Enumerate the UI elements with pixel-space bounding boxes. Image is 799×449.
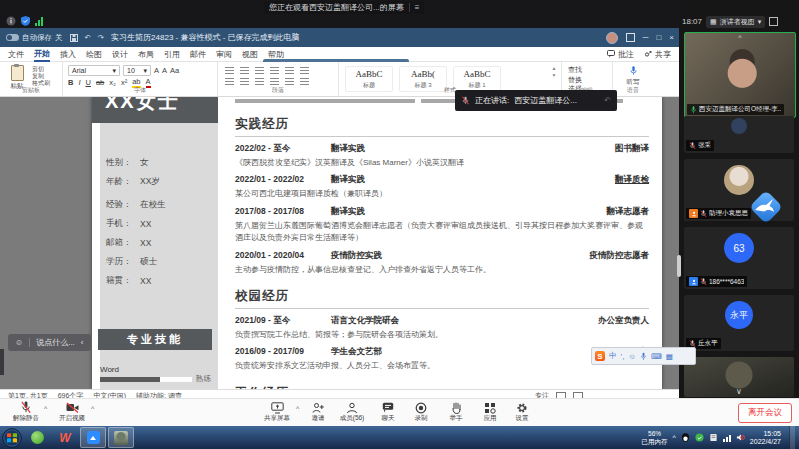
justify-icon[interactable] [269,77,280,85]
resume-name-header[interactable]: XX女士 [92,97,218,123]
participant-tile[interactable]: 永平 丘永平 [684,295,794,351]
numbering-icon[interactable] [239,66,250,74]
replace-button[interactable]: 替换 [568,75,582,85]
tab-review[interactable]: 审阅 [216,47,232,61]
taskbar-app-360browser[interactable] [24,427,50,448]
entry-desc[interactable]: 某公司西北电建项目翻译质检（兼职译员） [235,188,649,200]
scroll-down-chevron-icon[interactable]: ∨ [684,387,794,396]
sort-icon[interactable] [299,66,310,74]
mic-options-chevron[interactable]: ^ [44,405,47,412]
raise-hand-button[interactable]: 举手 [438,401,474,423]
share-button[interactable]: 共享 [644,49,671,60]
leave-meeting-button[interactable]: 离开会议 [738,403,792,423]
sidebar-resize-handle[interactable] [677,255,681,277]
undo-icon[interactable]: ↶ [85,33,91,42]
members-button[interactable]: 成员(56) [334,401,370,423]
keyboard-icon[interactable]: ⌨ [651,352,662,361]
shrink-font-button[interactable]: A [162,66,167,75]
tab-references[interactable]: 引用 [164,47,180,61]
start-button[interactable] [2,428,22,448]
muted-speaker-icon[interactable] [736,433,745,442]
entry-desc[interactable]: 《陕西脱贫攻坚纪实》汉英翻译及《Silas Marner》小说英汉翻译 [235,157,649,169]
tab-view[interactable]: 视图 [242,47,258,61]
network-signal-icon[interactable] [35,17,43,26]
sogou-logo[interactable]: S [595,351,605,361]
participant-tile[interactable]: 63 186****6463 [684,227,794,289]
resume-main-column[interactable]: 实践经历 2022/02 - 至今翻译实践图书翻译 《陕西脱贫攻坚纪实》汉英翻译… [235,99,649,389]
entry-row[interactable]: 2016/09 - 2017/09学生会文艺部部长 [235,346,649,358]
toolbox-icon[interactable]: ▦ [666,352,673,361]
collapse-icon[interactable]: ‹ [81,338,84,347]
increase-indent-icon[interactable] [284,66,295,74]
entry-row[interactable]: 2022/02 - 至今翻译实践图书翻译 [235,143,649,155]
toast-menu-icon[interactable]: ≡ [409,3,420,12]
tab-design[interactable]: 设计 [112,47,128,61]
align-right-icon[interactable] [254,77,265,85]
field-hometown[interactable]: 籍贯：XX [106,271,166,290]
word-close-icon[interactable]: × [669,33,674,42]
copy-button[interactable]: 复制 [32,73,50,80]
grow-font-button[interactable]: A [154,66,159,75]
align-center-icon[interactable] [239,77,250,85]
collapse-chevron-icon[interactable]: ^ [685,34,795,41]
document-area[interactable]: XX女士 性别：女 年龄：XX岁 经验：在校生 手机：XX 邮箱：XX 学历：硕… [0,97,679,389]
qq-tray-icon[interactable] [681,433,690,442]
tab-draw[interactable]: 绘图 [86,47,102,61]
resume-skills-header[interactable]: 专业技能 [98,329,212,350]
entry-desc[interactable]: 负责撰写院工作总结、简报等；参与院研会各项活动策划。 [235,329,649,341]
participant-tile[interactable]: 张采 [684,116,794,153]
change-case-button[interactable]: Aa [170,66,179,75]
tab-insert[interactable]: 插入 [60,47,76,61]
unmute-button[interactable]: 解除静音 [8,401,44,423]
field-experience[interactable]: 经验：在校生 [106,195,166,214]
tab-file[interactable]: 文件 [8,47,24,61]
decrease-indent-icon[interactable] [269,66,280,74]
font-size-select[interactable]: 10 ▾ [123,65,151,76]
word-maximize-icon[interactable]: □ [656,33,661,42]
punctuation-icon[interactable]: ’, [621,352,625,361]
sogou-input-bar[interactable]: S 中 ’, ☺ ⌨ ▦ [591,347,696,365]
line-spacing-icon[interactable] [284,77,295,85]
emoji-picker-icon[interactable]: ☺ [628,352,636,361]
edge-tab[interactable] [0,349,4,375]
360-tray-icon[interactable] [695,433,704,442]
emoji-icon[interactable]: ☺ [15,338,23,347]
participant-tile[interactable]: ∨ [684,357,794,397]
tab-layout[interactable]: 布局 [138,47,154,61]
participant-tile-speaker[interactable]: ^ 西安迈盖翻译公司O经理-李.. [684,32,796,118]
section-title-campus[interactable]: 校园经历 [235,288,649,309]
shield-icon[interactable] [21,16,30,26]
find-button[interactable]: 查找 [568,65,582,75]
word-minimize-icon[interactable]: ─ [643,33,649,42]
field-email[interactable]: 邮箱：XX [106,233,166,252]
field-education[interactable]: 学历：硕士 [106,252,166,271]
tab-home[interactable]: 开始 [34,46,50,62]
document-page[interactable]: XX女士 性别：女 年龄：XX岁 经验：在校生 手机：XX 邮箱：XX 学历：硕… [92,97,662,389]
cut-button[interactable]: 剪切 [32,66,50,73]
quick-chat-bubble[interactable]: ☺ 说点什么... ‹ [8,334,91,351]
section-title-practice[interactable]: 实践经历 [235,116,649,137]
fullscreen-icon[interactable] [769,17,778,26]
bullets-icon[interactable] [224,66,235,74]
entry-row[interactable]: 2020/01 - 2020/04疫情防控实践疫情防控志愿者 [235,250,649,262]
record-button[interactable]: 录制 [403,401,439,423]
voice-input-icon[interactable] [640,352,647,361]
start-video-button[interactable]: 开启视频 [54,401,90,423]
share-options-chevron[interactable]: ^ [296,405,299,412]
taskbar-app-qq[interactable] [108,427,134,448]
taskbar-app-wps[interactable]: W [52,427,78,448]
field-age[interactable]: 年龄：XX岁 [106,172,166,191]
field-gender[interactable]: 性别：女 [106,153,166,172]
network-tray-icon[interactable] [723,433,731,442]
thunder-app-icon[interactable] [745,188,785,230]
comments-button[interactable]: 批注 [607,49,634,60]
input-mode-cn[interactable]: 中 [609,351,617,361]
tray-expand-chevron[interactable]: ^ [673,434,676,441]
memory-indicator[interactable]: 56% 已用内存 [642,430,668,445]
entry-desc[interactable]: 主动参与疫情防控，从事信息核查登记、入户排查外省返宁人员等工作。 [235,264,649,276]
ribbon-display-icon[interactable] [626,33,635,42]
multilevel-list-icon[interactable] [254,66,265,74]
share-screen-button[interactable]: 共享屏幕 [259,401,295,423]
view-mode-select[interactable]: ▦ 演讲者视图 ▾ [706,16,765,28]
skill-name[interactable]: Word [100,365,119,374]
